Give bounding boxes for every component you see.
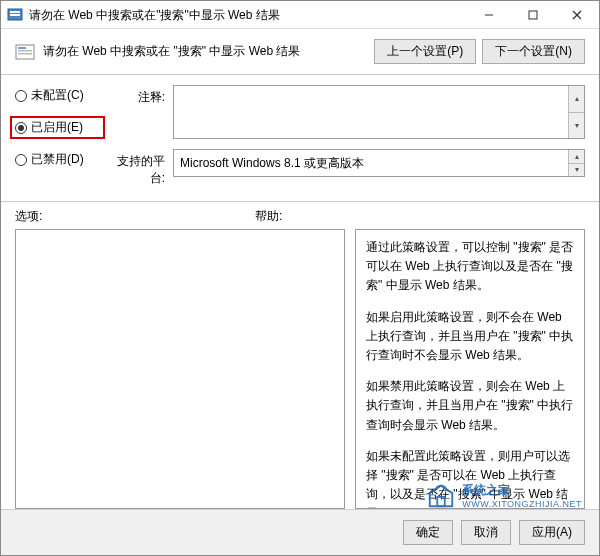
radio-label: 已启用(E) — [31, 119, 83, 136]
help-paragraph: 如果启用此策略设置，则不会在 Web 上执行查询，并且当用户在 "搜索" 中执行… — [366, 308, 574, 366]
help-label: 帮助: — [255, 208, 282, 225]
dialog-footer: 确定 取消 应用(A) — [1, 509, 599, 555]
window-controls — [467, 1, 599, 29]
help-panel: 通过此策略设置，可以控制 "搜索" 是否可以在 Web 上执行查询以及是否在 "… — [355, 229, 585, 509]
policy-icon — [15, 42, 35, 62]
svg-rect-9 — [18, 50, 32, 52]
titlebar: 请勿在 Web 中搜索或在"搜索"中显示 Web 结果 — [1, 1, 599, 29]
lower-area: 选项: 帮助: 通过此策略设置，可以控制 "搜索" 是否可以在 Web 上执行查… — [1, 202, 599, 509]
apply-button[interactable]: 应用(A) — [519, 520, 585, 545]
maximize-button[interactable] — [511, 1, 555, 29]
help-paragraph: 如果禁用此策略设置，则会在 Web 上执行查询，并且当用户在 "搜索" 中执行查… — [366, 377, 574, 435]
radio-icon — [15, 154, 27, 166]
window-icon — [7, 7, 23, 23]
minimize-button[interactable] — [467, 1, 511, 29]
window-title: 请勿在 Web 中搜索或在"搜索"中显示 Web 结果 — [29, 1, 467, 29]
options-panel — [15, 229, 345, 509]
radio-label: 已禁用(D) — [31, 151, 84, 168]
scroll-down-icon[interactable]: ▾ — [568, 112, 584, 139]
options-label: 选项: — [15, 208, 255, 225]
svg-rect-8 — [18, 47, 26, 49]
radio-icon — [15, 122, 27, 134]
note-scroll: ▴ ▾ — [568, 86, 584, 138]
nav-buttons: 上一个设置(P) 下一个设置(N) — [374, 39, 585, 64]
note-textarea[interactable]: ▴ ▾ — [173, 85, 585, 139]
svg-rect-4 — [529, 11, 537, 19]
policy-title: 请勿在 Web 中搜索或在 "搜索" 中显示 Web 结果 — [43, 43, 374, 60]
svg-rect-10 — [18, 53, 32, 55]
scroll-down-icon[interactable]: ▾ — [568, 163, 584, 177]
cancel-button[interactable]: 取消 — [461, 520, 511, 545]
platform-value: Microsoft Windows 8.1 或更高版本 — [180, 156, 364, 170]
scroll-up-icon[interactable]: ▴ — [568, 150, 584, 163]
close-button[interactable] — [555, 1, 599, 29]
help-paragraph: 通过此策略设置，可以控制 "搜索" 是否可以在 Web 上执行查询以及是否在 "… — [366, 238, 574, 296]
help-paragraph: 如果未配置此策略设置，则用户可以选择 "搜索" 是否可以在 Web 上执行查询，… — [366, 447, 574, 509]
radio-disabled[interactable]: 已禁用(D) — [15, 151, 105, 168]
scroll-up-icon[interactable]: ▴ — [568, 86, 584, 112]
state-radio-group: 未配置(C) 已启用(E) 已禁用(D) — [15, 85, 105, 168]
gpo-dialog-window: 请勿在 Web 中搜索或在"搜索"中显示 Web 结果 请勿在 Web 中搜索或… — [0, 0, 600, 556]
radio-enabled[interactable]: 已启用(E) — [10, 116, 105, 139]
note-label: 注释: — [105, 85, 165, 106]
platform-scroll: ▴ ▾ — [568, 150, 584, 176]
config-area: 未配置(C) 已启用(E) 已禁用(D) 注释: ▴ — [1, 75, 599, 202]
next-setting-button[interactable]: 下一个设置(N) — [482, 39, 585, 64]
header-row: 请勿在 Web 中搜索或在 "搜索" 中显示 Web 结果 上一个设置(P) 下… — [1, 29, 599, 75]
svg-rect-2 — [10, 14, 20, 16]
ok-button[interactable]: 确定 — [403, 520, 453, 545]
radio-icon — [15, 90, 27, 102]
platform-label: 支持的平台: — [105, 149, 165, 187]
radio-label: 未配置(C) — [31, 87, 84, 104]
previous-setting-button[interactable]: 上一个设置(P) — [374, 39, 476, 64]
svg-rect-1 — [10, 11, 20, 13]
platform-field: Microsoft Windows 8.1 或更高版本 ▴ ▾ — [173, 149, 585, 177]
radio-not-configured[interactable]: 未配置(C) — [15, 87, 105, 104]
